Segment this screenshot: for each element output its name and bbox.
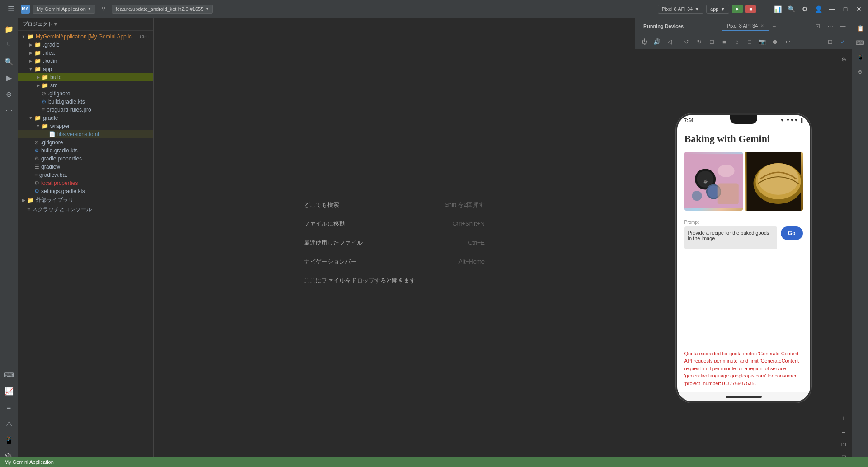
file-tree: ▼ 📁 MyGeminiApplication [My Gemini Appli… [18,31,153,467]
tree-item-gradle-hidden[interactable]: ▶ 📁 .gradle [18,41,153,49]
back-icon[interactable]: ◁ [664,36,675,47]
device-panel: Running Devices Pixel 8 API 34 ✕ + ⊡ ⋯ —… [635,18,852,467]
status-text: My Gemini Application [5,459,54,465]
zoom-out-icon[interactable]: − [837,426,850,439]
sidebar-icon-device[interactable]: 📱 [2,433,16,447]
profile-icon[interactable]: 📊 [772,4,783,14]
layout-icon[interactable]: ⋯ [825,21,835,32]
far-right-icon-3[interactable]: 📱 [854,51,867,63]
top-bar-right: Pixel 8 API 34 ▼ app ▼ ▶ ■ ⋮ 📊 🔍 ⚙ 👤 — □… [658,4,864,14]
svg-point-6 [692,191,702,201]
minimize-icon[interactable]: — [826,4,837,14]
tree-item-root[interactable]: ▼ 📁 MyGeminiApplication [My Gemini Appli… [18,33,153,41]
sidebar-icon-logcat[interactable]: ≡ [2,400,16,415]
stop-button[interactable]: ■ [745,5,756,13]
sidebar-icon-more[interactable]: ⋯ [2,103,16,118]
tree-item-app[interactable]: ▼ 📁 app [18,65,153,73]
tree-item-gradle-folder[interactable]: ▼ 📁 gradle [18,114,153,122]
sidebar-icon-run[interactable]: ▶ [2,71,16,85]
tree-item-gitignore-root[interactable]: ⊘ .gitignore [18,138,153,146]
tree-item-kotlin[interactable]: ▶ 📁 .kotlin [18,57,153,65]
fold-icon[interactable]: ⊡ [706,36,717,47]
check-icon[interactable]: ✓ [837,36,848,47]
tree-item-libs-versions[interactable]: 📄 libs.versions.toml [18,130,153,138]
settings-icon[interactable]: ⚙ [799,4,810,14]
tree-label-libs: libs.versions.toml [57,131,99,137]
tree-item-settings-gradle[interactable]: ⚙ settings.gradle.kts [18,187,153,195]
expand-icon[interactable]: ⊡ [812,21,823,32]
run-button[interactable]: ▶ [732,5,743,13]
tree-item-gitignore-app[interactable]: ⊘ .gitignore [18,90,153,98]
device-panel-icon-1[interactable]: ⊕ [837,53,850,66]
branch-dropdown[interactable]: feature/update_android_kotlin2.0 #1655 ▼ [112,5,213,14]
far-right-icon-2[interactable]: ⌨ [854,36,867,49]
minimize-panel-icon[interactable]: — [837,21,848,32]
screenshot-icon[interactable]: 📷 [757,36,768,47]
sidebar-icon-problems[interactable]: ⚠ [2,416,16,431]
settings2-icon[interactable]: ⋯ [795,36,806,47]
device-dropdown[interactable]: Pixel 8 API 34 ▼ [658,5,703,14]
tree-item-gradlew-bat[interactable]: ≡ gradlew.bat [18,171,153,179]
tab-pixel8[interactable]: Pixel 8 API 34 ✕ [722,21,769,31]
volume-icon[interactable]: 🔊 [651,36,662,47]
sidebar-icon-vcs[interactable]: ⑂ [2,38,16,52]
tree-item-build-gradle-root[interactable]: ⚙ build.gradle.kts [18,146,153,155]
record-icon[interactable]: ⏺ [769,36,780,47]
sidebar-icon-git[interactable]: ⊕ [2,87,16,101]
tree-label-gradle-properties: gradle.properties [41,156,82,162]
tree-label-build-gradle-root: build.gradle.kts [41,147,78,154]
overview-icon[interactable]: □ [744,36,755,47]
tree-item-build-gradle[interactable]: ⚙ build.gradle.kts [18,98,153,106]
sidebar-icon-terminal[interactable]: ⌨ [2,368,16,382]
more-device-icon[interactable]: ↩ [782,36,793,47]
stop-device-icon[interactable]: ■ [719,36,730,47]
project-chevron-icon: ▾ [54,21,57,27]
tree-item-proguard[interactable]: ≡ proguard-rules.pro [18,106,153,114]
hamburger-menu-icon[interactable]: ☰ [4,2,18,16]
sidebar-icon-profiler[interactable]: 📈 [2,384,16,398]
tree-item-src[interactable]: ▶ 📁 src [18,81,153,90]
search-everywhere-icon[interactable]: 🔍 [786,4,797,14]
phone-go-button[interactable]: Go [781,226,803,240]
account-icon[interactable]: 👤 [813,4,824,14]
sidebar-icon-search[interactable]: 🔍 [2,54,16,69]
zoom-fit-icon[interactable]: ⊞ [825,36,835,47]
rotate-left-icon[interactable]: ↺ [681,36,692,47]
tree-arrow-root: ▼ [20,34,27,39]
tab-close-icon[interactable]: ✕ [760,24,764,28]
tree-item-idea[interactable]: ▶ 📁 .idea [18,49,153,57]
tree-item-gradle-properties[interactable]: ⚙ gradle.properties [18,155,153,163]
file-icon: ⊘ [42,90,46,97]
hint-recent-shortcut: Ctrl+E [468,239,485,246]
more-actions-icon[interactable]: ⋮ [759,4,769,14]
top-bar-left: ☰ MA My Gemini Application ▼ ⑂ feature/u… [4,2,655,16]
tree-item-wrapper[interactable]: ▼ 📁 wrapper [18,122,153,130]
far-right-icon-4[interactable]: ⊕ [854,65,867,78]
gradle-icon: ⚙ [34,147,39,154]
file-icon: ☰ [34,164,39,170]
rotate-right-icon[interactable]: ↻ [693,36,704,47]
sidebar-icon-project[interactable]: 📁 [2,22,16,36]
hint-nav-shortcut: Alt+Home [459,258,485,265]
bread-svg [745,152,803,211]
tree-item-build[interactable]: ▶ 📁 build [18,73,153,81]
tree-item-external-libs[interactable]: ▶ 📁 外部ライブラリ [18,195,153,205]
restore-icon[interactable]: □ [840,4,851,14]
gradle-icon: ⚙ [42,99,47,105]
power-icon[interactable]: ⏻ [639,36,650,47]
far-right-icon-1[interactable]: 📋 [854,22,867,34]
vcs-icon[interactable]: ⑂ [98,4,109,14]
tree-item-gradlew[interactable]: ☰ gradlew [18,163,153,171]
app-name-dropdown[interactable]: My Gemini Application ▼ [33,5,95,14]
tree-item-local-properties[interactable]: ⚙ local.properties [18,179,153,187]
close-icon[interactable]: ✕ [854,4,864,14]
center-hint-nav: ナビゲーションバー Alt+Home [304,258,485,266]
home-btn-icon[interactable]: ⌂ [731,36,742,47]
tab-running-devices[interactable]: Running Devices [639,22,688,31]
tree-item-scratch[interactable]: ≡ スクラッチとコンソール [18,205,153,214]
phone-prompt-input[interactable]: Provide a recipe for the baked goods in … [684,226,777,249]
zoom-in-icon[interactable]: + [837,411,850,424]
run-config-dropdown[interactable]: app ▼ [706,5,729,14]
add-tab-button[interactable]: + [770,23,778,30]
tree-label-proguard: proguard-rules.pro [47,107,91,113]
